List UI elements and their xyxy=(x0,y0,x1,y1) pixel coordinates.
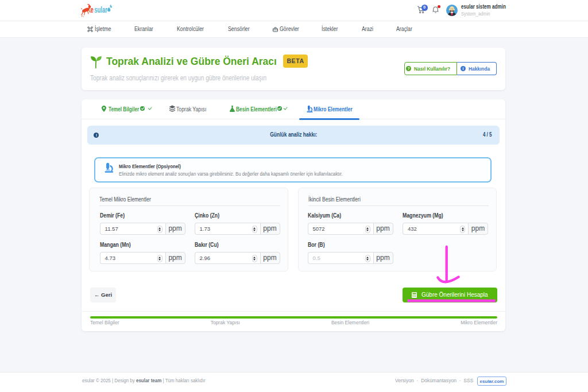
svg-text:sular: sular xyxy=(94,5,107,15)
svg-text:e: e xyxy=(91,5,94,15)
